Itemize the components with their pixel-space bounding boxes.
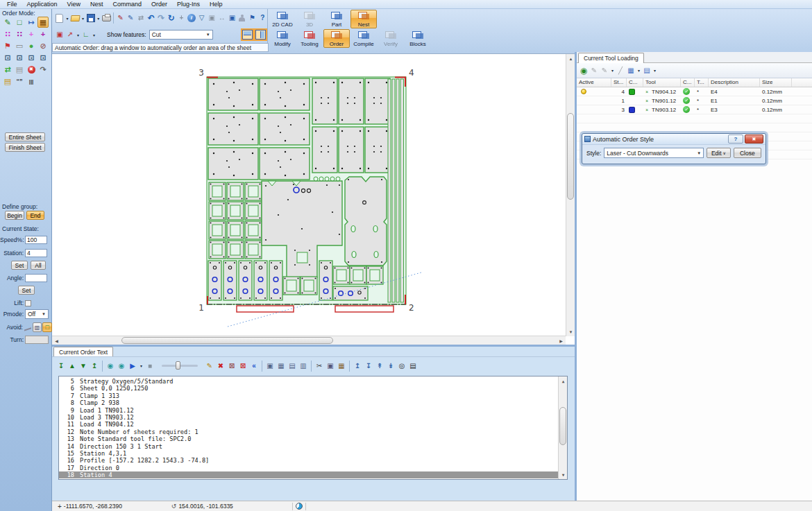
order-text-scrollbar[interactable]: ▲ ▼ (558, 376, 567, 479)
dialog-help-button[interactable]: ? (728, 135, 743, 144)
delete-all-icon[interactable]: ⊠ (238, 361, 248, 371)
delete-range-icon[interactable]: ⊠ (227, 361, 237, 371)
set-angle-button[interactable]: Set (18, 286, 35, 295)
tool-pencil-icon[interactable]: ✎ (589, 65, 599, 76)
delete-part-icon[interactable]: ⊘ (37, 40, 49, 51)
speed-input[interactable]: 100 (25, 236, 47, 244)
module-tooling[interactable]: Tooling (296, 29, 323, 48)
paste-icon[interactable]: ▦ (337, 361, 346, 371)
view-list-dropdown-icon[interactable]: ▾ (652, 68, 657, 73)
order-line[interactable]: 8Clamp 2 938 (59, 399, 567, 406)
columns-icon[interactable]: ||| (26, 76, 37, 87)
menu-help[interactable]: Help (205, 1, 228, 8)
swap-sheets-icon[interactable]: ⇄ (2, 64, 13, 75)
find-icon[interactable]: ◎ (397, 361, 407, 371)
col-station[interactable]: St... (611, 78, 627, 87)
tool-pencil-dropdown-icon[interactable]: ▾ (610, 68, 615, 73)
flag-icon[interactable]: ⚑ (248, 13, 257, 24)
insert-below-icon[interactable]: ↧ (364, 361, 373, 371)
tab-current-order-text[interactable]: Current Order Text (53, 347, 113, 356)
save-icon[interactable] (86, 13, 96, 24)
module-compile[interactable]: Compile (350, 29, 377, 48)
turret-sphere-icon[interactable]: ◉ (579, 65, 589, 76)
module-2d-cad[interactable]: 2D CAD (269, 10, 296, 28)
tool-row[interactable]: 1 TN901.12 * E1 0.12mm (577, 96, 812, 105)
order-line[interactable]: 11Load 4 TN904.12 (59, 421, 567, 428)
order-line[interactable]: 16Profile [-157.2 1282.2 1543.3 -74.8] (59, 457, 567, 464)
all-button[interactable]: All (31, 261, 46, 270)
show-features-combo[interactable]: Cut▼ (149, 30, 213, 40)
finish-sheet-button[interactable]: Finish Sheet (5, 143, 45, 152)
play-dropdown-icon[interactable]: ▾ (139, 363, 144, 368)
otscroll-thumb[interactable] (559, 407, 566, 445)
canvas-vertical-scrollbar[interactable]: ▲ ▼ (566, 54, 575, 336)
print-icon[interactable] (101, 13, 111, 24)
collapse-icon[interactable]: « (249, 361, 259, 371)
monitor-3-icon[interactable]: ⊡ (26, 52, 37, 63)
order-text-area[interactable]: 5Strategy Oxygen/5/Standard 6Sheet 0,0 1… (58, 376, 568, 480)
goto-end-icon[interactable]: ↥ (90, 361, 99, 371)
entire-sheet-button[interactable]: Entire Sheet (5, 132, 45, 141)
copy-icon[interactable]: ▣ (325, 361, 335, 371)
menu-file[interactable]: File (2, 1, 22, 8)
copy-sheet-icon[interactable]: ▤ (14, 64, 25, 75)
order-line[interactable]: 14Direction 150 3 1 Start (59, 443, 567, 450)
sheet-blank-icon[interactable]: ▭ (14, 40, 25, 51)
split-vertical-icon[interactable] (255, 30, 266, 40)
order-line[interactable]: 5Strategy Oxygen/5/Standard (59, 378, 567, 385)
nest-canvas[interactable]: 3 4 1 2 ▲ ▼ ◀ ▶ (52, 53, 575, 345)
order-line[interactable]: 10Load 3 TN903.12 (59, 414, 567, 421)
avoid-part-button[interactable]: □ (42, 322, 52, 332)
lift-checkbox[interactable] (25, 300, 31, 306)
scatter-parts-alt-icon[interactable]: ∷ (14, 28, 25, 40)
draw-pencil-icon[interactable]: ✎ (116, 13, 126, 24)
measure-icon[interactable]: ↗ (65, 30, 75, 40)
module-3d[interactable]: 3D (296, 10, 323, 28)
tool-row[interactable]: 4 TN904.12 * E4 0.12mm (577, 87, 812, 96)
col-turret[interactable]: T... (695, 78, 709, 87)
tool-pencil-alt-icon[interactable]: ✎ (600, 65, 609, 76)
stop-icon[interactable]: ■ (145, 361, 155, 371)
col-size[interactable]: Size (760, 78, 792, 87)
user-icon[interactable] (237, 13, 247, 24)
measure-dropdown-icon[interactable]: ▾ (76, 33, 81, 37)
order-pencil-icon[interactable]: ✎ (2, 17, 13, 28)
scatter-parts-icon[interactable]: ∷ (2, 28, 13, 40)
order-line[interactable]: 17Direction 0 (59, 465, 567, 471)
monitor-4-icon[interactable]: ⊡ (37, 52, 49, 63)
new-document-icon[interactable] (55, 13, 65, 24)
clamp-flag-icon[interactable]: ⚑ (2, 40, 13, 51)
tab-current-tool-loading[interactable]: Current Tool Loading (578, 53, 644, 63)
move-dark-icon[interactable]: + (37, 28, 49, 40)
quotes-icon[interactable]: “” (14, 76, 25, 87)
split-horizontal-icon[interactable] (242, 30, 253, 40)
zoom-extents-icon[interactable]: ▣ (55, 30, 65, 40)
path-line-icon[interactable]: ╱ (616, 65, 625, 76)
tool-row[interactable]: 3 TN903.12 * E3 0.12mm (577, 105, 812, 114)
dialog-close-icon[interactable] (745, 135, 763, 144)
edit-op-icon[interactable]: ✎ (205, 361, 214, 371)
station-input[interactable]: 4 (25, 249, 47, 257)
module-blocks[interactable]: Blocks (405, 29, 431, 48)
open-dropdown-icon[interactable]: ▾ (81, 16, 85, 21)
window-reorder-icon[interactable]: ▦ (276, 361, 286, 371)
view-grid-icon[interactable]: ▦ (626, 65, 636, 76)
insert-above-icon[interactable]: ↥ (353, 361, 362, 371)
print-preview-icon[interactable]: ▤ (287, 361, 297, 371)
new-dropdown-icon[interactable]: ▾ (65, 16, 70, 21)
view-grid-dropdown-icon[interactable]: ▾ (636, 68, 641, 73)
order-line[interactable]: 13Note Standard tool file: SPC2.0 (59, 435, 567, 442)
corner-dropdown-icon[interactable]: ▾ (92, 33, 96, 37)
move-op-down-icon[interactable]: ↡ (386, 361, 396, 371)
view-list-icon[interactable]: ▤ (642, 65, 652, 76)
order-measure-icon[interactable]: ↦ (26, 17, 37, 28)
move-light-icon[interactable]: + (26, 28, 37, 40)
page-turn-icon[interactable]: ↷ (37, 64, 49, 75)
order-line[interactable]: 12Note Number of sheets required: 1 (59, 428, 567, 435)
close-button[interactable]: Close (734, 148, 761, 158)
col-check[interactable]: C... (681, 78, 695, 87)
pmode-combo[interactable]: Off▼ (25, 309, 49, 319)
report-icon[interactable]: ▤ (2, 76, 13, 87)
module-nest[interactable]: Nest (350, 10, 377, 28)
order-line[interactable]: 7Clamp 1 313 (59, 392, 567, 399)
